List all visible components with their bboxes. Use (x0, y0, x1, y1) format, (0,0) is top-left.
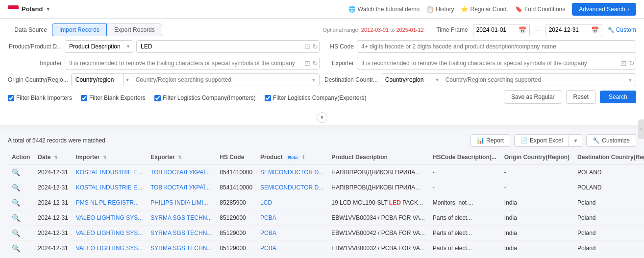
product-refresh-icon[interactable]: ↻ (311, 43, 319, 50)
importer-cell[interactable]: PMS NL PL REGISTR... (72, 195, 147, 211)
date-cell: 2024-12-31 (34, 226, 72, 241)
fold-conditions-link[interactable]: 🔖 Fold Conditions (515, 6, 565, 13)
dest-region-type-select[interactable]: Country/region (381, 74, 433, 86)
importer-cell[interactable]: VALEO LIGHTING SYS... (72, 226, 147, 241)
poland-flag (8, 5, 19, 13)
custom-button[interactable]: 🔧 Custom (607, 26, 636, 33)
col-product-desc: Product Description (327, 150, 429, 165)
export-excel-dropdown-button[interactable]: ▼ (569, 134, 582, 147)
country-name[interactable]: Poland (22, 5, 43, 13)
filter-blank-exporters-input[interactable] (81, 95, 87, 101)
right-handle[interactable]: ‹ (638, 119, 644, 139)
time-frame-start-input[interactable] (476, 26, 517, 33)
custom-icon: 🔧 (607, 26, 615, 33)
export-records-button[interactable]: Export Records (107, 23, 162, 36)
importer-clear-icon[interactable]: ⊡ (303, 59, 311, 67)
exporter-cell[interactable]: SYRMA SGS TECHN... (147, 226, 216, 241)
date-cell: 2024-12-31 (34, 211, 72, 226)
col-exporter[interactable]: Exporter ⇅ (147, 150, 216, 165)
regular-cond-link[interactable]: ⭐ Regular Cond. (461, 6, 508, 13)
dest-country-input[interactable] (442, 74, 625, 86)
arrow-right-icon: › (627, 6, 629, 13)
calendar-start-icon[interactable]: 📅 (519, 26, 526, 34)
exporter-clear-icon[interactable]: ⊡ (620, 59, 628, 67)
importer-cell[interactable]: VALEO LIGHTING SYS... (72, 211, 147, 226)
action-cell[interactable]: 🔍 (8, 241, 34, 256)
hs-code-cell: 8541410000 (216, 180, 256, 195)
results-count: A total of 5442 records were matched (8, 137, 105, 144)
filter-logistics-exporters-check[interactable]: Filter Logistics Company(Exporters) (265, 94, 367, 101)
exporter-cell[interactable]: SYRMA SGS TECHN... (147, 241, 216, 256)
product-type-select[interactable]: Product Description (65, 40, 133, 53)
customize-button[interactable]: 🔧 Customize (586, 134, 636, 147)
product-cell[interactable]: PCBA (256, 226, 327, 241)
exporter-input[interactable] (357, 57, 620, 69)
exporter-cell[interactable]: ТОВ КОСТАЛ УКРАЇ... (147, 180, 216, 195)
report-button[interactable]: 📊 Report (471, 134, 510, 147)
hs-code-input[interactable] (357, 40, 636, 53)
watch-tutorial-link[interactable]: 🌐 Watch the tutorial demo (348, 6, 420, 13)
col-action: Action (8, 150, 34, 165)
origin-region-type-select[interactable]: Country/region (72, 74, 124, 86)
dest-country-cell: Poland (573, 226, 644, 241)
search-button[interactable]: Search (600, 91, 636, 103)
filter-blank-importers-input[interactable] (8, 95, 14, 101)
importer-cell[interactable]: KOSTAL INDUSTRIE E... (72, 165, 147, 180)
product-cell[interactable]: SEMICONDUCTOR D... (256, 165, 327, 180)
exporter-cell[interactable]: PHILIPS INDIA LIMI... (147, 195, 216, 211)
importer-input[interactable] (65, 57, 303, 69)
exporter-cell[interactable]: SYRMA SGS TECHN... (147, 211, 216, 226)
table-body: 🔍2024-12-31KOSTAL INDUSTRIE E...ТОВ КОСТ… (8, 165, 644, 256)
product-input[interactable] (137, 41, 303, 52)
hscode-desc-cell: Parts of elect... (429, 226, 500, 241)
star-icon: ⭐ (461, 6, 468, 13)
save-as-regular-button[interactable]: Save as Regular (504, 90, 562, 104)
col-origin: Origin Country(Region) (500, 150, 573, 165)
report-icon: 📊 (477, 137, 484, 144)
importer-cell[interactable]: VALEO LIGHTING SYS... (72, 241, 147, 256)
table-row: 🔍2024-12-31PMS NL PL REGISTR...PHILIPS I… (8, 195, 644, 211)
fold-icon: 🔖 (515, 6, 522, 13)
product-cell[interactable]: PCBA (256, 211, 327, 226)
action-cell[interactable]: 🔍 (8, 195, 34, 211)
product-desc-cell: НАПІВПРОВІДНИКОВІ ПРИЛА... (327, 165, 429, 180)
filter-blank-importers-check[interactable]: Filter Blank Importers (8, 94, 72, 101)
action-cell[interactable]: 🔍 (8, 226, 34, 241)
country-chevron[interactable]: ▼ (46, 6, 50, 12)
import-records-button[interactable]: Import Records (52, 23, 107, 36)
action-cell[interactable]: 🔍 (8, 180, 34, 195)
collapse-button[interactable]: ▼ (317, 112, 327, 123)
filter-logistics-exporters-input[interactable] (265, 95, 271, 101)
product-clear-icon[interactable]: ⊡ (303, 43, 311, 50)
col-date[interactable]: Date ⇅ (34, 150, 72, 165)
hscode-desc-cell: Parts of elect... (429, 241, 500, 256)
hs-code-cell: 85129000 (216, 226, 256, 241)
exporter-refresh-icon[interactable]: ↻ (628, 59, 636, 67)
history-link[interactable]: 📋 History (426, 6, 454, 13)
importer-refresh-icon[interactable]: ↻ (311, 59, 319, 67)
table-row: 🔍2024-12-31VALEO LIGHTING SYS...SYRMA SG… (8, 226, 644, 241)
table-row: 🔍2024-12-31VALEO LIGHTING SYS...SYRMA SG… (8, 211, 644, 226)
nav-left: Poland ▼ (8, 5, 50, 13)
product-cell[interactable]: PCBA (256, 241, 327, 256)
col-importer[interactable]: Importer ⇅ (72, 150, 147, 165)
advanced-search-button[interactable]: Advanced Search › (572, 3, 636, 16)
date-range-start: 2012-03-01 (361, 27, 389, 33)
product-desc-cell: 19 LCD MCL190-SLT LED PACK... (327, 195, 429, 211)
export-excel-button[interactable]: 📄 Export Excel (514, 134, 569, 147)
origin-country-label: Origin Country(Regio... (8, 76, 68, 83)
origin-country-input[interactable] (132, 74, 308, 86)
action-cell[interactable]: 🔍 (8, 165, 34, 180)
product-cell[interactable]: LCD (256, 195, 327, 211)
action-cell[interactable]: 🔍 (8, 211, 34, 226)
filter-blank-exporters-check[interactable]: Filter Blank Exporters (81, 94, 146, 101)
reset-button[interactable]: Reset (566, 90, 596, 104)
time-frame-end-input[interactable] (549, 26, 589, 33)
product-cell[interactable]: SEMICONDUCTOR D... (256, 180, 327, 195)
calendar-end-icon[interactable]: 📅 (591, 26, 599, 34)
filter-logistics-importers-input[interactable] (154, 95, 161, 101)
filter-logistics-importers-check[interactable]: Filter Logistics Company(Importers) (154, 94, 256, 101)
exporter-cell[interactable]: ТОВ КОСТАЛ УКРАЇ... (147, 165, 216, 180)
origin-dropdown-icon: ▼ (308, 77, 319, 83)
importer-cell[interactable]: KOSTAL INDUSTRIE E... (72, 180, 147, 195)
